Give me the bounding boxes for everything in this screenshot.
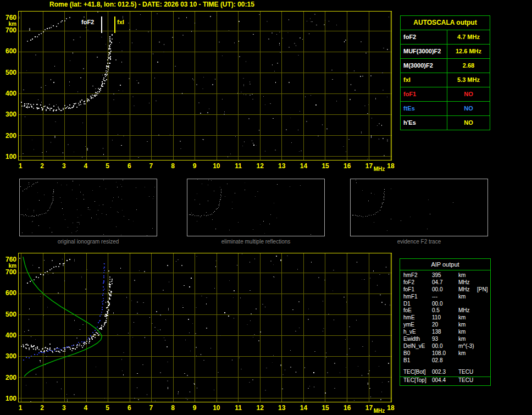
x-tick-label: 12 (254, 404, 266, 412)
aip-param-label: B1 (403, 357, 432, 364)
x-tick-label: 6 (123, 162, 135, 170)
aip-param-label: ymE (403, 322, 432, 329)
thumbnail-caption-f2: evidence F2 trace (350, 239, 488, 245)
x-tick-label: 3 (58, 162, 70, 170)
aip-param-unit: TECU (458, 369, 477, 377)
fxi-marker-label: fxI (117, 19, 124, 25)
aip-param-label: hmF2 (403, 272, 432, 279)
aip-param-unit: km (458, 272, 477, 279)
autoscala-row: h'EsNO (401, 116, 490, 130)
aip-param-value: 93 (432, 336, 458, 343)
aip-param-value: 004.4 (432, 377, 458, 384)
x-tick-label: 5 (102, 162, 114, 170)
aip-param-value: 02.8 (432, 357, 458, 364)
x-axis-unit-label: MHz (373, 165, 385, 173)
x-tick-label: 9 (189, 162, 201, 170)
aip-output-table: AIP output hmF2395kmfoF204.7MHzfoF100.0M… (400, 258, 491, 386)
autoscala-row: ftEsNO (401, 102, 490, 116)
aip-param-value: 002.3 (432, 369, 458, 377)
thumbnail-f2-trace (350, 179, 488, 236)
x-tick-label: 16 (341, 404, 353, 412)
thumbnail-caption-multiples: eliminate multiple reflections (187, 239, 325, 245)
aip-row: TEC[Bot]002.3TECU (400, 369, 490, 377)
x-tick-label: 11 (232, 162, 245, 170)
aip-row: B0108.0km (400, 350, 490, 357)
x-tick-label: 1 (14, 404, 26, 412)
parameter-label: M(3000)F2 (401, 59, 447, 73)
profile-ionogram-plot (18, 253, 392, 402)
x-tick-label: 12 (254, 162, 266, 170)
aip-row: DelN_vE00.0m^(-3) (400, 343, 490, 350)
thumbnail-multiples-removed-canvas (187, 179, 324, 236)
aip-param-label: D1 (403, 301, 432, 308)
y-tick-label: 100 (0, 153, 16, 161)
thumbnail-multiples-removed (187, 179, 325, 236)
aip-param-label: foF2 (403, 279, 432, 286)
x-tick-label: 1 (14, 162, 26, 170)
x-tick-label: 10 (210, 162, 223, 170)
aip-param-unit: km (458, 350, 477, 357)
y-tick-label: 500 (0, 311, 16, 318)
aip-param-value: 00.0 (432, 301, 458, 308)
x-tick-label: 7 (145, 404, 157, 412)
aip-param-value: 20 (432, 322, 458, 329)
x-tick-label: 2 (36, 404, 48, 412)
thumbnail-original-canvas (20, 179, 157, 236)
aip-param-value: 04.7 (432, 279, 458, 286)
aip-param-label: DelN_vE (403, 343, 432, 350)
fof2-marker-line (101, 16, 102, 33)
parameter-value: 5.3 MHz (447, 73, 490, 87)
x-tick-label: 15 (319, 162, 331, 170)
y-tick-label: 500 (0, 69, 16, 76)
aip-param-flag (477, 301, 490, 308)
x-tick-label: 13 (276, 162, 288, 170)
aip-param-flag (477, 377, 490, 384)
y-tick-label: 600 (0, 289, 16, 297)
aip-param-unit: m^(-3) (458, 343, 477, 350)
aip-param-label: B0 (403, 350, 432, 357)
aip-param-flag (477, 272, 490, 279)
aip-param-unit: MHz (458, 279, 477, 286)
x-tick-label: 6 (123, 404, 135, 412)
aip-param-value: 0.5 (432, 307, 458, 314)
aip-param-flag (477, 357, 490, 364)
x-tick-label: 9 (189, 404, 201, 412)
parameter-label: foF1 (401, 87, 447, 101)
y-tick-label: 200 (0, 374, 16, 381)
aip-param-value: 110 (432, 314, 458, 322)
aip-tec-section: TEC[Bot]002.3TECUTEC[Top]004.4TECU (400, 369, 490, 384)
aip-row: TEC[Top]004.4TECU (400, 377, 490, 384)
autoscala-output-table: AUTOSCALA output foF24.7 MHzMUF(3000)F21… (400, 15, 490, 130)
x-tick-label: 10 (210, 404, 223, 412)
aip-param-value: 395 (432, 272, 458, 279)
aip-param-flag (477, 314, 490, 322)
aip-param-label: foE (403, 307, 432, 314)
aip-row: hmF1---km (400, 294, 490, 301)
autoscala-row: MUF(3000)F212.6 MHz (401, 45, 490, 59)
main-ionogram-plot: foF2 fxI (18, 11, 392, 161)
aip-param-flag (477, 369, 490, 377)
autoscala-row: foF1NO (401, 87, 490, 102)
aip-param-unit (458, 301, 477, 308)
profile-ionogram-canvas (19, 253, 391, 402)
aip-param-unit: km (458, 314, 477, 322)
parameter-value: 2.68 (447, 59, 490, 73)
aip-param-flag (477, 336, 490, 343)
x-tick-label: 8 (167, 162, 179, 170)
aip-param-flag (477, 322, 490, 329)
x-tick-label: 13 (276, 404, 288, 412)
y-tick-label: 400 (0, 331, 16, 339)
autoscala-table-title: AUTOSCALA output (401, 16, 490, 30)
aip-param-label: hmE (403, 314, 432, 322)
autoscala-table-body: foF24.7 MHzMUF(3000)F212.6 MHzM(3000)F22… (401, 30, 490, 130)
x-tick-label: 18 (385, 162, 397, 170)
x-axis-unit-label: MHz (373, 407, 385, 415)
x-tick-label: 14 (297, 162, 309, 170)
x-tick-label: 4 (80, 404, 92, 412)
parameter-label: MUF(3000)F2 (401, 45, 447, 58)
aip-param-unit: km (458, 322, 477, 329)
aip-param-label: foF1 (403, 286, 432, 294)
aip-param-label: hmF1 (403, 294, 432, 301)
aip-row: h_vE138km (400, 329, 490, 336)
aip-row: hmE110km (400, 314, 490, 322)
